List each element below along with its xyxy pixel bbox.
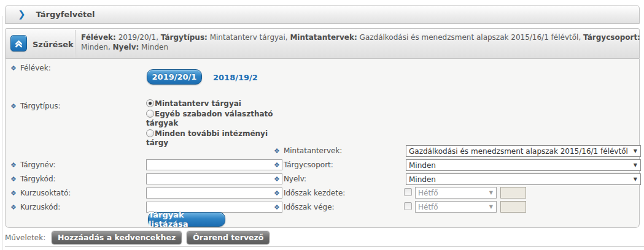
idoszak-vege-day-select[interactable]: Hétfő ▼ [415,201,497,213]
idoszak-kezdete-day-select[interactable]: Hétfő ▼ [415,187,497,199]
diamond-icon: ❖ [10,190,17,197]
targykod-input[interactable] [146,173,282,184]
nyelv-select[interactable]: Minden ▼ [406,173,641,185]
page-header: ❯ Tárgyfelvétel [5,5,640,24]
kurzuskod-label: Kurzuskód: [20,203,61,211]
targycsoport-label-row: ❖ Tárgycsoport: [274,161,333,169]
nyelv-label: Nyelv: [284,175,306,183]
targytipus-label: Tárgytípus: [20,102,61,110]
idoszak-kezdete-label-row: ❖ Időszak kezdete: [274,189,345,197]
divider [75,30,76,58]
mintatantervek-label: Mintatantervek: [284,146,343,155]
diamond-icon: ❖ [10,65,17,72]
idoszak-vege-time-input[interactable] [500,201,526,213]
filter-summary: Félévek: 2019/20/1, Tárgytípus: Mintatan… [81,32,641,52]
chevron-right-icon: ❯ [18,10,26,19]
dropdown-arrow-icon: ▼ [486,190,496,195]
dropdown-arrow-icon: ▼ [486,204,496,210]
kurzusoktato-label-row: ❖ Kurzusoktató: [10,189,71,197]
diamond-icon: ❖ [274,176,280,183]
diamond-icon: ❖ [274,162,280,169]
idoszak-vege-label-row: ❖ Időszak vége: [274,203,335,211]
filters-label: Szűrések [33,29,74,59]
actions-label: Műveletek: [5,233,45,242]
idoszak-kezdete-checkbox[interactable] [404,188,412,196]
felevek-label-row: ❖ Félévek: [10,64,51,72]
mintatantervek-label-row: ❖ Mintatantervek: [274,146,342,155]
semester-button-selected[interactable]: 2019/20/1 [147,69,202,85]
targycsoport-label: Tárgycsoport: [284,161,333,169]
idoszak-kezdete-time-input[interactable] [500,187,526,199]
kurzusoktato-label: Kurzusoktató: [20,189,71,197]
chevron-double-up-icon [14,38,24,48]
filters-bar: Szűrések Félévek: 2019/20/1, Tárgytípus:… [5,28,640,59]
kurzusoktato-input[interactable] [146,188,282,199]
targynev-label-row: ❖ Tárgynév: [10,161,56,169]
radio-option-mintatanterv-targyai[interactable]: Mintatanterv tárgyai [146,99,282,108]
radio-icon [146,129,154,137]
diamond-icon: ❖ [10,162,17,169]
targytipus-label-row: ❖ Tárgytípus: [10,102,61,110]
idoszak-vege-label: Időszak vége: [284,203,335,211]
diamond-icon: ❖ [274,148,280,154]
radio-selected-icon [146,99,154,107]
radio-icon [146,110,154,118]
targycsoport-select[interactable]: Minden ▼ [406,159,641,171]
nyelv-label-row: ❖ Nyelv: [274,175,306,183]
targykod-label: Tárgykód: [20,175,56,183]
list-subjects-button[interactable]: Tárgyak listázása [148,212,225,227]
timetable-planner-button[interactable]: Órarend tervező [187,231,270,244]
kurzuskod-label-row: ❖ Kurzuskód: [10,203,60,211]
filter-form-panel: ❖ Félévek: 2019/20/1 2018/19/2 ❖ Tárgytí… [5,59,640,228]
diamond-icon: ❖ [10,204,17,211]
collapse-filters-button[interactable] [10,35,27,51]
course-registration-page: ❯ Tárgyfelvétel Szűrések Félévek: 2019/2… [0,0,644,250]
targynev-input[interactable] [146,159,282,170]
dropdown-arrow-icon: ▼ [630,162,640,168]
diamond-icon: ❖ [10,103,17,110]
targynev-label: Tárgynév: [20,161,56,169]
diamond-icon: ❖ [274,204,280,211]
idoszak-kezdete-label: Időszak kezdete: [284,189,346,197]
targytipus-radio-group: Mintatanterv tárgyai Egyéb szabadon vála… [146,99,282,149]
diamond-icon: ❖ [274,190,280,197]
targykod-label-row: ❖ Tárgykód: [10,175,56,183]
radio-option-minden-tovabbi-intezmenyi[interactable]: Minden további intézményi tárgy [146,129,282,148]
page-title: Tárgyfelvétel [36,10,95,19]
add-to-favorites-button[interactable]: Hozzáadás a kedvencekhez [52,231,182,244]
dropdown-arrow-icon: ▼ [630,148,640,154]
divider [5,246,644,247]
diamond-icon: ❖ [10,176,17,183]
radio-option-egyeb-szabadon-valaszthato[interactable]: Egyéb szabadon választható tárgyak [146,110,282,128]
actions-row: Hozzáadás a kedvencekhez Órarend tervező [52,231,270,244]
felevek-label: Félévek: [20,64,51,72]
semester-link[interactable]: 2018/19/2 [213,73,258,82]
idoszak-vege-checkbox[interactable] [404,202,412,210]
dropdown-arrow-icon: ▼ [630,176,640,182]
mintatantervek-select[interactable]: Gazdálkodási és menedzsment alapszak 201… [406,145,641,157]
page-left-border [2,16,2,250]
